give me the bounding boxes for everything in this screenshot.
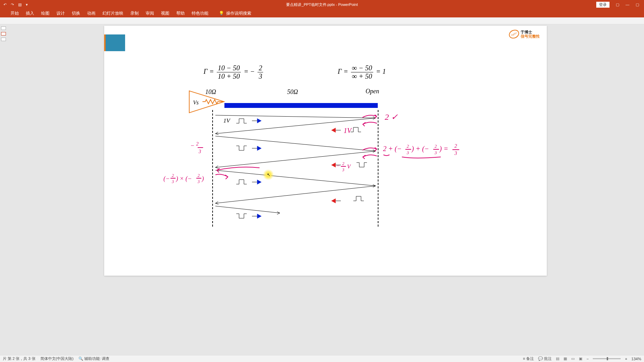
brand-logo: Sig007 于博士 信号完整性	[509, 30, 540, 38]
svg-text:(−: (−	[163, 175, 170, 182]
svg-marker-15	[332, 163, 335, 167]
zoom-slider[interactable]	[593, 358, 621, 359]
reading-view-icon[interactable]: ▭	[571, 356, 575, 361]
svg-text:3: 3	[198, 149, 201, 154]
svg-text:3: 3	[434, 150, 437, 155]
svg-marker-19	[332, 199, 335, 203]
logo-swoosh-icon: Sig007	[507, 28, 520, 40]
cursor-icon: ↖	[267, 172, 270, 177]
svg-text:3: 3	[171, 179, 174, 184]
svg-text:3: 3	[197, 179, 200, 184]
svg-text:2: 2	[454, 143, 457, 149]
ribbon-toolbar	[0, 17, 644, 24]
ann-squiggle-6	[214, 172, 231, 181]
svg-text:3: 3	[406, 150, 409, 155]
window-title: 要点精讲_PPT临时文件.pptx - PowerPoint	[286, 2, 358, 7]
tell-me-search[interactable]: 💡 操作说明搜索	[219, 10, 251, 16]
undo-icon[interactable]: ↶	[3, 2, 7, 7]
zoom-in-icon[interactable]: +	[625, 357, 627, 361]
qat-dropdown-icon[interactable]: ▾	[26, 2, 28, 7]
logo-line1: 于博士	[521, 30, 540, 34]
svg-text:): )	[201, 175, 204, 182]
slide-canvas[interactable]: Sig007 于博士 信号完整性 Γ = 10 − 5010 + 50 = − …	[7, 24, 644, 355]
accessibility-check[interactable]: 🔍 辅助功能: 调查	[78, 356, 109, 361]
label-1v: 1V	[223, 117, 230, 124]
comments-button[interactable]: 💬 批注	[538, 356, 552, 361]
svg-text:2: 2	[435, 143, 437, 149]
workspace: Sig007 于博士 信号完整性 Γ = 10 − 5010 + 50 = − …	[0, 24, 644, 355]
ann-neg23v: −23V	[336, 161, 359, 175]
svg-marker-17	[258, 180, 261, 184]
label-open: Open	[366, 88, 379, 95]
tab-features[interactable]: 特色功能	[192, 10, 208, 16]
ann-mult: (− 23 ) × (− 23 )	[163, 172, 210, 188]
svg-line-6	[215, 186, 376, 203]
svg-marker-11	[332, 128, 335, 132]
title-bar: ↶ ↷ ▧ ▾ 要点精讲_PPT临时文件.pptx - PowerPoint 登…	[0, 0, 644, 9]
svg-text:2 ✓: 2 ✓	[385, 112, 398, 121]
language-indicator[interactable]: 简体中文(中国大陆)	[40, 356, 74, 361]
svg-line-1	[215, 115, 376, 118]
from-beginning-icon[interactable]: ▧	[18, 2, 22, 7]
svg-marker-13	[258, 147, 261, 150]
svg-text:−: −	[336, 162, 340, 169]
ann-neg23-left: − 23	[190, 141, 209, 157]
slide: Sig007 于博士 信号完整性 Γ = 10 − 5010 + 50 = − …	[104, 26, 547, 276]
ann-squiggle-2	[361, 119, 385, 129]
svg-text:) × (−: ) × (−	[176, 175, 192, 182]
maximize-icon[interactable]: ▢	[636, 2, 639, 7]
svg-text:) =: ) =	[439, 145, 448, 153]
redo-icon[interactable]: ↷	[11, 2, 14, 7]
tab-record[interactable]: 录制	[130, 10, 139, 16]
thumbnail-1[interactable]	[1, 26, 6, 30]
svg-line-7	[215, 206, 280, 213]
ribbon-tabs: 开始 插入 绘图 设计 切换 动画 幻灯片放映 录制 审阅 视图 帮助 特色功能…	[0, 9, 644, 17]
login-button[interactable]: 登录	[596, 2, 610, 8]
ann-sum: 2 + (− 23 ) + (− 23 ) = 23	[383, 142, 522, 163]
svg-text:3: 3	[454, 150, 457, 156]
notes-button[interactable]: ≡ 备注	[523, 356, 534, 361]
svg-line-3	[215, 136, 376, 151]
transmission-line	[224, 103, 378, 108]
zoom-level[interactable]: 134%	[631, 357, 641, 361]
svg-text:2: 2	[198, 173, 200, 178]
status-bar: 片 第 2 张，共 3 张 简体中文(中国大陆) 🔍 辅助功能: 调查 ≡ 备注…	[0, 355, 644, 362]
title-placeholder[interactable]	[104, 34, 125, 51]
lightbulb-icon: 💡	[219, 11, 224, 16]
logo-line2: 信号完整性	[521, 34, 540, 38]
slide-thumbnails[interactable]	[0, 24, 7, 355]
minimize-icon[interactable]: —	[626, 2, 629, 7]
ann-2v: 2 ✓	[385, 113, 409, 125]
svg-text:) + (−: ) + (−	[411, 145, 429, 153]
tab-home[interactable]: 开始	[10, 10, 19, 16]
tab-view[interactable]: 视图	[161, 10, 169, 16]
ann-1v: 1V	[344, 127, 351, 135]
tab-slideshow[interactable]: 幻灯片放映	[102, 10, 123, 16]
tab-insert[interactable]: 插入	[26, 10, 34, 16]
formula-gamma-source: Γ = 10 − 5010 + 50 = − 23	[204, 64, 264, 80]
svg-text:− 2: − 2	[190, 141, 199, 149]
sorter-view-icon[interactable]: ▦	[564, 356, 567, 361]
zoom-out-icon[interactable]: −	[586, 357, 589, 361]
normal-view-icon[interactable]: ▤	[556, 356, 559, 361]
tab-draw[interactable]: 绘图	[41, 10, 49, 16]
ribbon-options-icon[interactable]: ▢	[616, 2, 619, 7]
ann-squiggle-4	[361, 152, 385, 162]
tab-animations[interactable]: 动画	[87, 10, 95, 16]
svg-text:3: 3	[342, 167, 344, 172]
formula-gamma-load: Γ = ∞ − 50∞ + 50 = 1	[338, 64, 386, 80]
slideshow-view-icon[interactable]: ▣	[579, 356, 582, 361]
tab-help[interactable]: 帮助	[176, 10, 185, 16]
svg-marker-9	[258, 119, 261, 123]
tab-design[interactable]: 设计	[56, 10, 65, 16]
svg-text:2: 2	[342, 161, 344, 166]
thumbnail-3[interactable]	[1, 38, 6, 41]
label-z-line: 50Ω	[287, 88, 298, 96]
label-vs: Vs	[193, 100, 199, 106]
thumbnail-2[interactable]	[1, 32, 6, 36]
svg-text:2: 2	[172, 173, 174, 178]
slide-counter[interactable]: 片 第 2 张，共 3 张	[3, 356, 36, 361]
tab-review[interactable]: 审阅	[146, 10, 154, 16]
tab-transitions[interactable]: 切换	[72, 10, 80, 16]
svg-text:2: 2	[407, 143, 409, 149]
